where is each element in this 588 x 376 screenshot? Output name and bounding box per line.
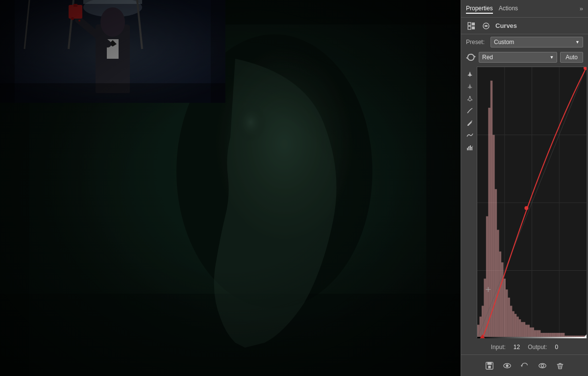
curve-sample-tool[interactable] — [465, 105, 475, 116]
svg-point-45 — [506, 364, 508, 367]
expand-icon[interactable]: » — [580, 5, 583, 12]
visibility-button[interactable] — [537, 360, 548, 372]
channel-chevron-icon: ▼ — [549, 55, 554, 60]
svg-marker-46 — [520, 364, 522, 367]
panel-tabs: Properties Actions — [466, 4, 518, 14]
save-mask-button[interactable] — [484, 360, 495, 372]
canvas-area — [0, 0, 461, 376]
svg-rect-30 — [468, 23, 471, 25]
panel-toolbar: Curves — [461, 18, 588, 34]
view-button[interactable] — [501, 360, 513, 372]
svg-rect-43 — [488, 366, 490, 368]
svg-rect-39 — [470, 145, 471, 150]
channel-value: Red — [482, 54, 493, 61]
tab-actions[interactable]: Actions — [499, 4, 518, 14]
curves-canvas[interactable] — [477, 67, 587, 338]
main-container: Properties Actions » — [0, 0, 588, 376]
pencil-tool[interactable] — [465, 118, 475, 128]
preset-value: Custom — [494, 39, 514, 46]
curves-title: Curves — [495, 22, 517, 29]
input-label: Input: — [491, 344, 506, 351]
svg-rect-42 — [487, 362, 491, 364]
svg-rect-33 — [472, 26, 475, 29]
channel-cycle-icon[interactable] — [466, 52, 476, 62]
eyedropper-black-tool[interactable] — [465, 69, 475, 79]
output-value: 0 — [555, 344, 559, 351]
curves-area — [461, 65, 588, 340]
bottom-toolbar — [461, 354, 588, 376]
svg-rect-32 — [468, 26, 471, 29]
channel-row: Red ▼ Auto — [461, 50, 588, 65]
histogram-view-tool[interactable] — [465, 142, 475, 153]
svg-marker-36 — [466, 57, 468, 59]
svg-point-48 — [541, 364, 543, 367]
preset-row: Preset: Custom ▼ — [461, 34, 588, 50]
eyedropper-white-tool[interactable] — [465, 93, 475, 104]
undo-button[interactable] — [519, 360, 531, 372]
input-value: 12 — [514, 344, 520, 351]
mask-icon[interactable] — [481, 21, 491, 31]
eyedropper-gray-tool[interactable] — [465, 81, 475, 92]
delete-button[interactable] — [554, 360, 566, 372]
output-label: Output: — [528, 344, 547, 351]
io-row: Input: 12 Output: 0 — [461, 340, 588, 354]
svg-rect-31 — [472, 23, 475, 25]
tools-sidebar — [463, 67, 477, 338]
tab-properties[interactable]: Properties — [466, 4, 493, 14]
preset-dropdown[interactable]: Custom ▼ — [490, 37, 583, 47]
curves-graph[interactable] — [477, 67, 586, 338]
adjustment-layer-icon[interactable] — [466, 21, 477, 31]
preset-chevron-icon: ▼ — [575, 40, 580, 45]
channel-dropdown[interactable]: Red ▼ — [479, 52, 557, 63]
smooth-tool[interactable] — [465, 130, 475, 141]
panel-header: Properties Actions » — [461, 0, 588, 18]
panel-expand: » — [580, 5, 583, 12]
svg-rect-29 — [0, 83, 225, 103]
inset-image — [0, 0, 225, 103]
right-panel: Properties Actions » — [461, 0, 588, 376]
preset-label: Preset: — [466, 39, 490, 46]
auto-button[interactable]: Auto — [560, 52, 583, 63]
